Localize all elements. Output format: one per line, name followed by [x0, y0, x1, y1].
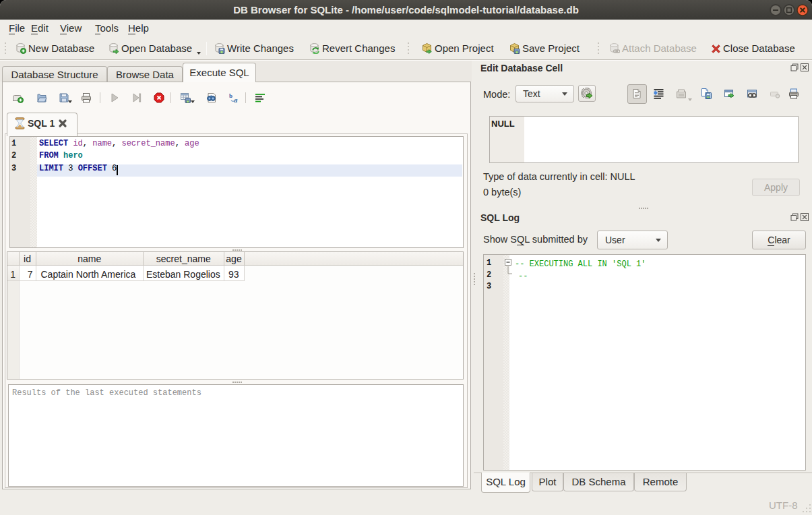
svg-text:b: b — [229, 92, 232, 99]
svg-text:a: a — [234, 96, 238, 103]
